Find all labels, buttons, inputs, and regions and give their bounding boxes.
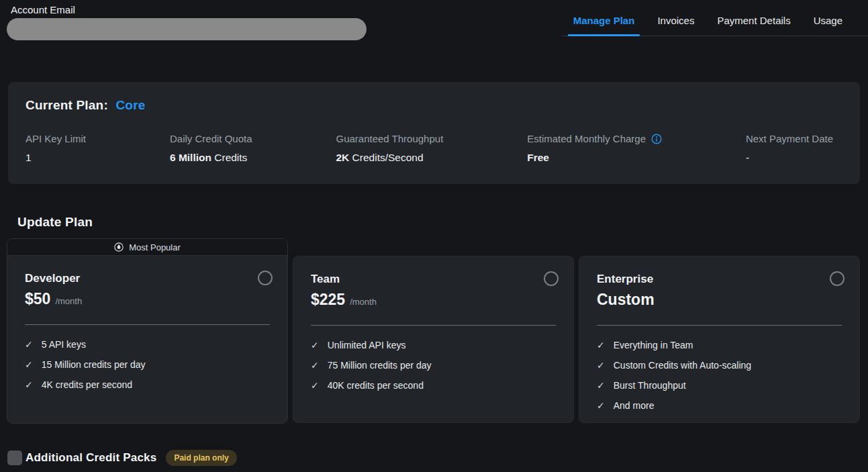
plan-name: Developer <box>25 272 270 285</box>
stat-daily-credit-quota: Daily Credit Quota 6 Million Credits <box>170 133 252 164</box>
plan-radio-team[interactable] <box>544 271 559 286</box>
plan-period: /month <box>55 296 82 306</box>
flame-icon <box>114 242 124 252</box>
plans-grid: Most Popular Developer $50 /month ✓5 API… <box>7 238 860 424</box>
stat-next-payment-date: Next Payment Date - <box>746 133 833 164</box>
plan-price: $50 <box>25 290 50 308</box>
plan-name: Team <box>311 273 556 286</box>
tab-usage[interactable]: Usage <box>808 15 848 36</box>
stat-guaranteed-throughput: Guaranteed Throughput 2K Credits/Second <box>336 133 443 164</box>
check-icon: ✓ <box>25 379 33 390</box>
plan-card-team[interactable]: Team $225 /month ✓Unlimited API keys ✓75… <box>293 256 574 423</box>
plan-column-enterprise: Enterprise Custom ✓Everything in Team ✓C… <box>579 238 860 424</box>
stat-label: Daily Credit Quota <box>170 133 252 144</box>
plan-features: ✓Unlimited API keys ✓75 Million credits … <box>311 335 556 395</box>
current-plan-card: Current Plan: Core API Key Limit 1 Daily… <box>8 82 860 184</box>
account-email-label: Account Email <box>11 4 367 15</box>
stat-api-key-limit: API Key Limit 1 <box>26 133 86 164</box>
stat-value: 6 Million Credits <box>170 152 252 164</box>
paid-plan-only-badge: Paid plan only <box>166 450 236 466</box>
check-icon: ✓ <box>311 340 319 350</box>
stat-value: 2K Credits/Second <box>336 152 443 164</box>
plan-price: $225 <box>311 291 345 309</box>
plan-radio-enterprise[interactable] <box>830 271 845 286</box>
plan-price: Custom <box>597 291 655 309</box>
feature-item: ✓75 Million credits per day <box>311 355 556 375</box>
divider <box>311 325 556 326</box>
stat-label: Next Payment Date <box>746 133 833 144</box>
feature-item: ✓40K credits per second <box>311 375 556 395</box>
feature-item: ✓4K credits per second <box>25 375 270 395</box>
billing-tabs: Manage Plan Invoices Payment Details Usa… <box>563 0 868 36</box>
stat-estimated-monthly-charge: Estimated Monthly Charge Free <box>527 133 662 164</box>
most-popular-band: Most Popular <box>7 239 287 256</box>
check-icon: ✓ <box>311 380 319 391</box>
account-email-section: Account Email <box>7 4 367 40</box>
feature-item: ✓Burst Throughput <box>597 375 842 395</box>
stat-value: - <box>746 152 833 164</box>
feature-item: ✓5 API keys <box>25 334 270 355</box>
current-plan-title-prefix: Current Plan: <box>26 98 108 112</box>
divider <box>25 324 270 325</box>
check-icon: ✓ <box>311 360 319 371</box>
stat-value: Free <box>527 152 662 164</box>
check-icon: ✓ <box>25 339 33 350</box>
check-icon: ✓ <box>597 360 605 371</box>
feature-item: ✓Custom Credits with Auto-scaling <box>597 355 842 375</box>
current-plan-name: Core <box>115 98 145 112</box>
plan-card-body-developer: Developer $50 /month ✓5 API keys ✓15 Mil… <box>7 256 287 423</box>
additional-credit-packs-checkbox[interactable] <box>7 451 22 465</box>
stat-label: API Key Limit <box>26 133 86 144</box>
tab-payment-details[interactable]: Payment Details <box>712 15 795 36</box>
plan-features: ✓5 API keys ✓15 Million credits per day … <box>25 334 270 395</box>
plan-column-developer: Most Popular Developer $50 /month ✓5 API… <box>7 238 288 424</box>
plan-card-developer[interactable]: Most Popular Developer $50 /month ✓5 API… <box>7 238 288 424</box>
plan-period: /month <box>350 297 377 307</box>
tab-invoices[interactable]: Invoices <box>652 15 700 36</box>
current-plan-title: Current Plan: Core <box>26 98 842 113</box>
feature-item: ✓Everything in Team <box>597 335 842 355</box>
check-icon: ✓ <box>597 340 605 350</box>
plan-card-enterprise[interactable]: Enterprise Custom ✓Everything in Team ✓C… <box>579 256 860 423</box>
check-icon: ✓ <box>597 380 605 391</box>
check-icon: ✓ <box>25 359 33 370</box>
tab-manage-plan[interactable]: Manage Plan <box>568 15 640 36</box>
account-email-input[interactable] <box>7 18 367 40</box>
plan-column-team: Team $225 /month ✓Unlimited API keys ✓75… <box>293 238 574 424</box>
page-header: Account Email Manage Plan Invoices Payme… <box>0 0 868 42</box>
info-icon[interactable] <box>651 134 662 144</box>
update-plan-heading: Update Plan <box>17 215 868 230</box>
stat-label: Estimated Monthly Charge <box>527 133 646 144</box>
additional-credit-packs-row: Additional Credit Packs Paid plan only <box>7 450 868 466</box>
divider <box>597 325 842 326</box>
feature-item: ✓And more <box>597 395 842 416</box>
plan-name: Enterprise <box>597 273 842 286</box>
plan-features: ✓Everything in Team ✓Custom Credits with… <box>597 335 842 416</box>
additional-credit-packs-label: Additional Credit Packs <box>26 451 156 465</box>
check-icon: ✓ <box>597 400 605 411</box>
most-popular-label: Most Popular <box>129 242 181 252</box>
stat-value: 1 <box>26 152 86 164</box>
feature-item: ✓Unlimited API keys <box>311 335 556 355</box>
stat-label: Guaranteed Throughput <box>336 133 443 144</box>
plan-radio-developer[interactable] <box>258 271 273 285</box>
feature-item: ✓15 Million credits per day <box>25 355 270 375</box>
current-plan-stats: API Key Limit 1 Daily Credit Quota 6 Mil… <box>26 133 842 164</box>
